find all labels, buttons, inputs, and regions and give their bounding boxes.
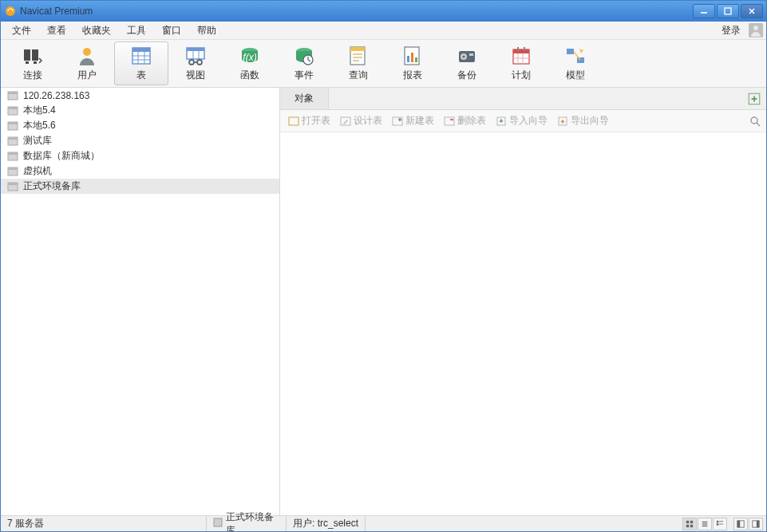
backup-icon bbox=[456, 45, 478, 67]
tool-backup[interactable]: 备份 bbox=[440, 41, 494, 85]
open-table-button[interactable]: 打开表 bbox=[285, 112, 334, 129]
login-link[interactable]: 登录 bbox=[717, 22, 745, 40]
open-table-icon bbox=[288, 116, 299, 127]
svg-point-10 bbox=[83, 48, 91, 56]
tree-item[interactable]: 120.26.238.163 bbox=[1, 88, 279, 103]
app-title: Navicat Premium bbox=[20, 6, 693, 17]
tool-function[interactable]: f(x) 函数 bbox=[223, 41, 277, 85]
tree-item-label: 本地5.4 bbox=[23, 104, 56, 117]
search-icon[interactable] bbox=[749, 115, 761, 128]
export-wizard-label: 导出向导 bbox=[571, 114, 609, 128]
tool-user-label: 用户 bbox=[77, 69, 97, 82]
design-table-button[interactable]: 设计表 bbox=[337, 112, 385, 129]
tool-view[interactable]: 视图 bbox=[168, 41, 223, 85]
design-table-icon bbox=[340, 116, 351, 127]
status-connection: 正式环境备库 bbox=[207, 516, 287, 531]
delete-table-icon bbox=[444, 116, 455, 127]
minimize-button[interactable] bbox=[693, 4, 715, 18]
window-controls bbox=[693, 4, 763, 18]
menu-file[interactable]: 文件 bbox=[4, 22, 39, 40]
svg-point-79 bbox=[751, 117, 757, 124]
svg-rect-18 bbox=[187, 48, 204, 51]
tool-query-label: 查询 bbox=[349, 69, 368, 82]
app-logo-icon bbox=[4, 5, 17, 18]
tool-user[interactable]: 用户 bbox=[60, 41, 114, 85]
import-wizard-button[interactable]: 导入向导 bbox=[492, 112, 551, 129]
panel-right-button[interactable] bbox=[749, 518, 763, 530]
svg-rect-84 bbox=[686, 524, 689, 526]
tool-connection[interactable]: 连接 bbox=[6, 41, 60, 85]
tool-report-label: 报表 bbox=[403, 69, 422, 82]
svg-rect-7 bbox=[32, 49, 38, 61]
svg-rect-37 bbox=[411, 53, 413, 62]
svg-point-41 bbox=[463, 56, 465, 58]
tool-connection-label: 连接 bbox=[23, 69, 42, 82]
svg-rect-8 bbox=[26, 61, 29, 64]
tree-item[interactable]: 虚拟机 bbox=[1, 164, 279, 179]
svg-rect-81 bbox=[214, 518, 222, 526]
tab-objects[interactable]: 对象 bbox=[280, 88, 329, 109]
menu-tools[interactable]: 工具 bbox=[119, 22, 154, 40]
svg-point-0 bbox=[6, 6, 15, 16]
svg-rect-51 bbox=[577, 57, 584, 63]
tool-table[interactable]: 表 bbox=[114, 41, 168, 85]
svg-rect-42 bbox=[469, 53, 473, 56]
tool-function-label: 函数 bbox=[240, 69, 259, 82]
svg-rect-6 bbox=[24, 49, 30, 61]
tool-event[interactable]: 事件 bbox=[277, 41, 331, 85]
export-wizard-button[interactable]: 导出向导 bbox=[554, 112, 612, 129]
server-icon bbox=[7, 166, 18, 177]
svg-rect-36 bbox=[407, 56, 409, 62]
delete-table-button[interactable]: 删除表 bbox=[441, 112, 489, 129]
svg-rect-64 bbox=[8, 167, 18, 170]
tree-item[interactable]: 本地5.6 bbox=[1, 118, 279, 133]
status-user: 用户: trc_select bbox=[287, 516, 366, 531]
user-avatar-icon[interactable] bbox=[749, 23, 763, 37]
tool-schedule[interactable]: 计划 bbox=[494, 41, 548, 85]
menu-favorites[interactable]: 收藏夹 bbox=[74, 22, 119, 40]
tool-model[interactable]: 模型 bbox=[548, 41, 603, 85]
tree-item[interactable]: 本地5.4 bbox=[1, 103, 279, 118]
maximize-button[interactable] bbox=[717, 4, 739, 18]
open-table-label: 打开表 bbox=[302, 114, 330, 128]
server-icon bbox=[7, 151, 18, 162]
server-icon bbox=[7, 181, 18, 192]
new-table-button[interactable]: 新建表 bbox=[389, 112, 437, 129]
object-toolbar: 打开表 设计表 新建表 删除表 导入向导 导出向导 bbox=[280, 110, 766, 132]
add-tab-icon[interactable] bbox=[747, 92, 761, 106]
tree-item-label: 本地5.6 bbox=[23, 119, 56, 132]
server-icon bbox=[7, 90, 18, 101]
svg-rect-70 bbox=[289, 117, 298, 125]
menu-view[interactable]: 查看 bbox=[39, 22, 74, 40]
svg-line-80 bbox=[757, 123, 760, 126]
tree-item[interactable]: 测试库 bbox=[1, 133, 279, 148]
status-connection-label: 正式环境备库 bbox=[226, 510, 279, 533]
tree-item[interactable]: 数据库（新商城） bbox=[1, 148, 279, 164]
svg-rect-38 bbox=[415, 57, 417, 62]
tree-item-label: 120.26.238.163 bbox=[23, 90, 89, 101]
view-grid-button[interactable] bbox=[682, 518, 697, 530]
view-detail-button[interactable] bbox=[713, 518, 727, 530]
menu-window[interactable]: 窗口 bbox=[154, 22, 189, 40]
import-icon bbox=[496, 116, 507, 127]
import-wizard-label: 导入向导 bbox=[509, 114, 548, 128]
connection-tree[interactable]: 120.26.238.163本地5.4本地5.6测试库数据库（新商城）虚拟机正式… bbox=[1, 88, 280, 515]
object-body bbox=[280, 132, 766, 515]
svg-rect-66 bbox=[8, 183, 18, 185]
menu-help[interactable]: 帮助 bbox=[189, 22, 224, 40]
view-list-button[interactable] bbox=[698, 518, 712, 530]
tool-query[interactable]: 查询 bbox=[331, 41, 385, 85]
svg-rect-56 bbox=[8, 107, 18, 109]
panel-left-button[interactable] bbox=[733, 518, 748, 530]
svg-rect-82 bbox=[686, 520, 689, 522]
tree-item[interactable]: 正式环境备库 bbox=[1, 179, 279, 194]
tool-event-label: 事件 bbox=[295, 69, 314, 82]
svg-rect-44 bbox=[513, 49, 529, 53]
tool-table-label: 表 bbox=[136, 69, 146, 82]
view-icon bbox=[184, 45, 207, 67]
close-button[interactable] bbox=[741, 4, 763, 18]
svg-rect-9 bbox=[34, 61, 37, 64]
svg-point-21 bbox=[189, 60, 194, 65]
tool-report[interactable]: 报表 bbox=[385, 41, 440, 85]
svg-text:f(x): f(x) bbox=[243, 52, 256, 63]
